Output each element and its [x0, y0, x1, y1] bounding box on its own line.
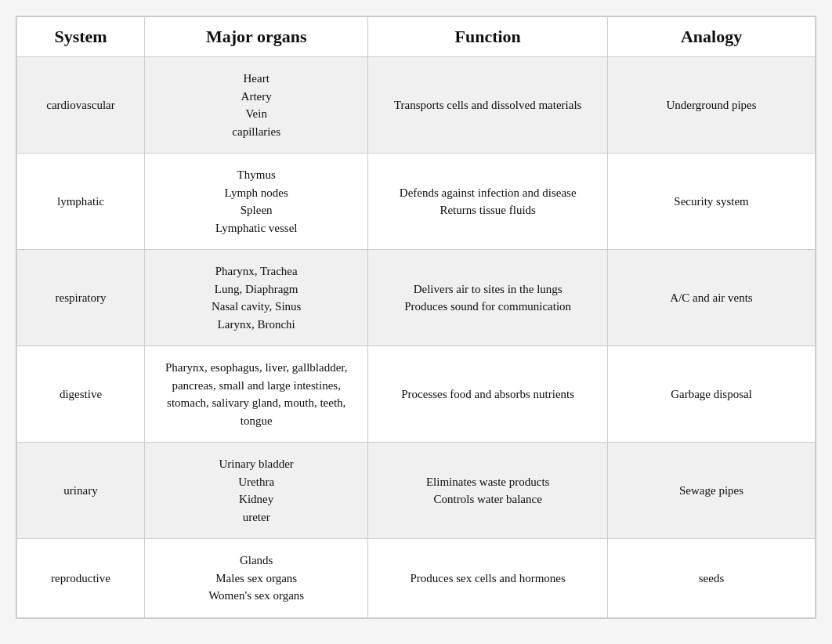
- cell-analogy: Underground pipes: [608, 57, 816, 154]
- cell-analogy: Sewage pipes: [608, 443, 816, 539]
- cell-system: lymphatic: [17, 154, 145, 250]
- main-table-container: System Major organs Function Analogy car…: [16, 16, 816, 619]
- table-row: respiratoryPharynx, TracheaLung, Diaphra…: [17, 250, 816, 346]
- cell-system: urinary: [17, 443, 145, 539]
- cell-organs: ThymusLymph nodesSpleenLymphatic vessel: [145, 154, 368, 250]
- table-row: digestivePharynx, esophagus, liver, gall…: [17, 346, 816, 443]
- cell-function: Defends against infection and diseaseRet…: [368, 154, 608, 250]
- cell-function: Transports cells and dissolved materials: [368, 57, 608, 154]
- cell-function: Eliminates waste productsControls water …: [368, 443, 608, 539]
- cell-analogy: Garbage disposal: [608, 346, 816, 443]
- header-system: System: [17, 17, 145, 57]
- header-analogy: Analogy: [608, 17, 816, 57]
- cell-function: Produces sex cells and hormones: [368, 539, 608, 618]
- header-row: System Major organs Function Analogy: [17, 17, 816, 57]
- cell-system: cardiovascular: [17, 57, 145, 154]
- cell-system: respiratory: [17, 250, 145, 346]
- body-systems-table: System Major organs Function Analogy car…: [16, 16, 816, 618]
- table-row: urinaryUrinary bladderUrethraKidneyurete…: [17, 443, 816, 539]
- cell-organs: HeartArteryVeincapillaries: [145, 57, 368, 154]
- cell-system: reproductive: [17, 539, 145, 618]
- cell-analogy: Security system: [608, 154, 816, 250]
- cell-organs: Pharynx, esophagus, liver, gallbladder, …: [145, 346, 368, 443]
- cell-analogy: A/C and air vents: [608, 250, 816, 346]
- cell-organs: Pharynx, TracheaLung, DiaphragmNasal cav…: [145, 250, 368, 346]
- table-row: lymphaticThymusLymph nodesSpleenLymphati…: [17, 154, 816, 250]
- cell-organs: GlandsMales sex organsWomen's sex organs: [145, 539, 368, 618]
- cell-system: digestive: [17, 346, 145, 443]
- cell-analogy: seeds: [608, 539, 816, 618]
- header-function: Function: [368, 17, 608, 57]
- cell-function: Processes food and absorbs nutrients: [368, 346, 608, 443]
- cell-function: Delivers air to sites in the lungsProduc…: [368, 250, 608, 346]
- table-row: cardiovascularHeartArteryVeincapillaries…: [17, 57, 816, 154]
- header-organs: Major organs: [145, 17, 368, 57]
- cell-organs: Urinary bladderUrethraKidneyureter: [145, 443, 368, 539]
- table-row: reproductiveGlandsMales sex organsWomen'…: [17, 539, 816, 618]
